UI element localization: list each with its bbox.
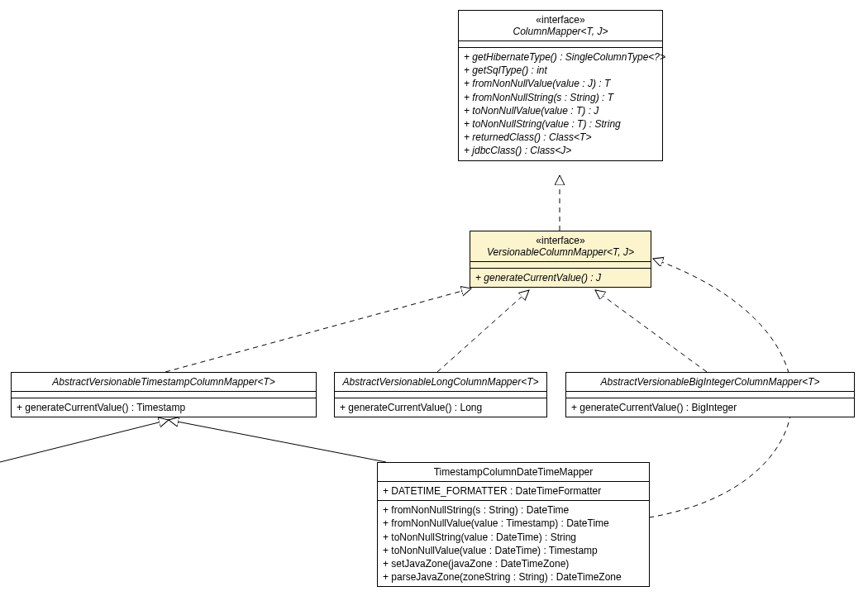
- method-compartment: + fromNonNullString(s : String) : DateTi…: [378, 500, 649, 586]
- stereotype: «interface»: [475, 235, 646, 246]
- method: + getHibernateType() : SingleColumnType<…: [464, 50, 657, 64]
- attr-compartment: + DATETIME_FORMATTER : DateTimeFormatter: [378, 481, 649, 500]
- class-name: AbstractVersionableTimestampColumnMapper…: [17, 376, 311, 388]
- method-compartment: + generateCurrentValue() : Timestamp: [12, 398, 316, 417]
- stereotype: «interface»: [464, 14, 657, 26]
- attr-compartment: [566, 391, 854, 398]
- method: + toNonNullString(value : T) : String: [464, 117, 657, 131]
- method: + parseJavaZone(zoneString : String) : D…: [383, 570, 644, 584]
- method-compartment: + generateCurrentValue() : J: [470, 268, 651, 287]
- attr-compartment: [459, 41, 662, 47]
- attr-compartment: [470, 261, 651, 268]
- method: + fromNonNullString(s : String) : DateTi…: [383, 503, 644, 517]
- class-name: TimestampColumnDateTimeMapper: [383, 466, 644, 478]
- attr-compartment: [335, 391, 546, 398]
- method: + getSqlType() : int: [464, 64, 657, 77]
- class-versionable-column-mapper: «interface» VersionableColumnMapper<T, J…: [470, 231, 651, 288]
- method: + returnedClass() : Class<T>: [464, 131, 657, 144]
- method: + toNonNullString(value : DateTime) : St…: [383, 531, 644, 544]
- method-compartment: + getHibernateType() : SingleColumnType<…: [459, 47, 662, 160]
- class-abstract-long-mapper: AbstractVersionableLongColumnMapper<T> +…: [334, 372, 547, 417]
- method: + generateCurrentValue() : J: [475, 271, 646, 284]
- class-column-mapper: «interface» ColumnMapper<T, J> + getHibe…: [458, 10, 663, 161]
- method: + fromNonNullValue(value : J) : T: [464, 77, 657, 90]
- svg-line-1: [0, 420, 169, 462]
- class-name: ColumnMapper<T, J>: [464, 26, 657, 37]
- class-abstract-timestamp-mapper: AbstractVersionableTimestampColumnMapper…: [11, 372, 317, 417]
- method: + toNonNullValue(value : DateTime) : Tim…: [383, 544, 644, 557]
- attr-compartment: [12, 391, 316, 398]
- class-timestamp-datetime-mapper: TimestampColumnDateTimeMapper + DATETIME…: [377, 462, 650, 587]
- class-name: AbstractVersionableLongColumnMapper<T>: [340, 376, 541, 388]
- method: + setJavaZone(javaZone : DateTimeZone): [383, 557, 644, 570]
- method: + fromNonNullString(s : String) : T: [464, 91, 657, 104]
- method-compartment: + generateCurrentValue() : Long: [335, 398, 546, 417]
- method: + jdbcClass() : Class<J>: [464, 144, 657, 157]
- class-name: AbstractVersionableBigIntegerColumnMappe…: [571, 376, 849, 388]
- class-abstract-bigint-mapper: AbstractVersionableBigIntegerColumnMappe…: [565, 372, 855, 417]
- class-name: VersionableColumnMapper<T, J>: [475, 246, 646, 258]
- method: + toNonNullValue(value : T) : J: [464, 104, 657, 117]
- method: + generateCurrentValue() : BigInteger: [571, 401, 849, 414]
- method: + generateCurrentValue() : Timestamp: [17, 401, 311, 414]
- attribute: + DATETIME_FORMATTER : DateTimeFormatter: [383, 484, 644, 498]
- method: + generateCurrentValue() : Long: [340, 401, 541, 414]
- method: + fromNonNullValue(value : Timestamp) : …: [383, 517, 644, 530]
- method-compartment: + generateCurrentValue() : BigInteger: [566, 398, 854, 417]
